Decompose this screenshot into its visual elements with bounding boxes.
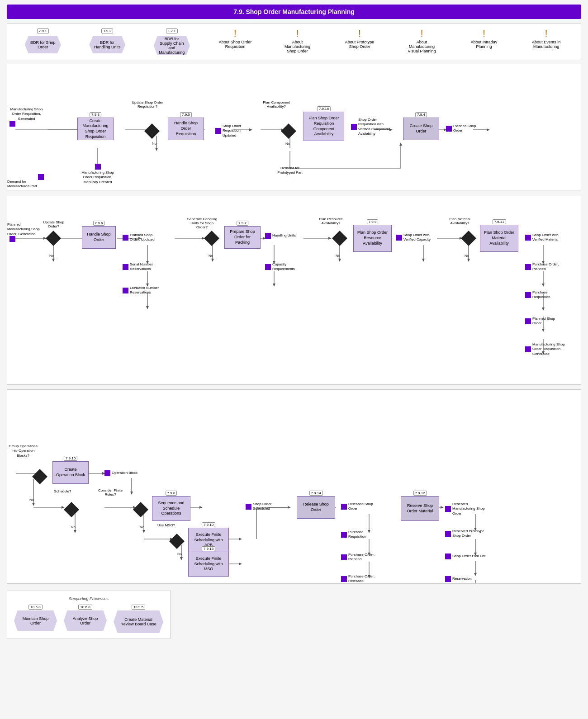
plan-shop-material[interactable]: 7.9.11 Plan Shop Order Material Availabi… xyxy=(480,225,518,252)
bdr-supply-chain[interactable]: 1.7.1 BDR for Supply Chain and Manufactu… xyxy=(152,28,191,55)
svg-marker-16 xyxy=(289,148,290,151)
create-shop-order[interactable]: 7.9.4 Create Shop Order xyxy=(403,118,439,140)
svg-marker-74 xyxy=(542,307,545,311)
svg-marker-62 xyxy=(422,259,425,262)
maintain-shop-order[interactable]: 10.6.8 Maintain Shop Order xyxy=(14,605,57,631)
svg-marker-122 xyxy=(441,506,444,509)
svg-marker-58 xyxy=(338,259,341,262)
svg-marker-90 xyxy=(130,492,133,495)
create-mfg-shop-req[interactable]: 7.9.3 Create Manufacturing Shop Order Re… xyxy=(77,118,114,140)
released-shop-order-out: Released Shop Order xyxy=(341,502,380,511)
reserved-proto-shop-out: Reserved Prototype Shop Order xyxy=(445,529,486,539)
support-section: Supporting Processes 10.6.8 Maintain Sho… xyxy=(7,591,171,639)
po-planned-release-out: Purchase Order, Planned xyxy=(341,553,380,562)
use-mso-q: Use MSO? xyxy=(154,523,179,527)
update-shop-diamond xyxy=(48,233,59,244)
shop-pick-list-out: Shop Order Pick List xyxy=(445,553,486,559)
reserve-shop-material[interactable]: 7.9.12 Reserve Shop Order Material xyxy=(401,496,439,521)
svg-marker-104 xyxy=(180,557,183,560)
plan-material-q: Plan Material Availability? xyxy=(443,217,477,225)
seq-schedule[interactable]: 7.9.8 Sequence and Schedule Operations xyxy=(152,496,190,521)
lot-reservations-out: Lot/Batch Number Reservations xyxy=(123,286,161,295)
mfg-req-generated-input xyxy=(9,121,15,127)
exec-finite-mso[interactable]: 7.9.13 Execute Finite Scheduling with MS… xyxy=(188,552,229,577)
state-sq xyxy=(95,164,101,170)
create-material-review[interactable]: 13.9.5 Create Material Review Board Case xyxy=(114,605,163,633)
svg-marker-36 xyxy=(52,259,55,262)
plan-material-diamond xyxy=(463,233,474,244)
capacity-reqs-out: Capacity Requirements xyxy=(265,262,302,272)
support-items: 10.6.8 Maintain Shop Order 10.6.8 Analyz… xyxy=(14,605,163,633)
svg-text:No: No xyxy=(140,525,145,529)
shop-scheduled-out: Shop Order, Scheduled xyxy=(246,502,282,511)
page-title: 7.9. Shop Order Manufacturing Planning xyxy=(7,5,581,19)
plan-resource-q: Plan Resource Availability? xyxy=(314,217,348,225)
svg-marker-110 xyxy=(288,506,291,509)
update-req-diamond xyxy=(147,126,157,137)
schedule-diamond xyxy=(66,504,77,515)
svg-marker-128 xyxy=(474,573,477,576)
svg-marker-28 xyxy=(487,128,490,131)
svg-text:No: No xyxy=(285,142,290,146)
svg-text:No: No xyxy=(152,142,157,146)
about-mfg-visual-planning[interactable]: ! About Manufacturing Visual Planning xyxy=(404,28,440,53)
analyze-shop-order[interactable]: 10.6.8 Analyze Shop Order xyxy=(64,605,107,631)
mfg-req-generated-out2: Manufacturing Shop Order Requisition, Ge… xyxy=(525,342,569,356)
plan-shop-resource[interactable]: 7.9.9 Plan Shop Order Resource Availabil… xyxy=(353,225,392,252)
svg-marker-108 xyxy=(239,563,242,565)
svg-marker-100 xyxy=(199,506,203,509)
about-manufacturing-shop-order[interactable]: ! About Manufacturing Shop Order xyxy=(279,28,315,53)
update-shop-order-q: Update Shop Order? xyxy=(39,220,68,228)
planned-mfg-generated-label: Planned Manufacturing Shop Order, Genera… xyxy=(7,222,43,237)
planned-shop-order-out: Planned Shop Order xyxy=(446,124,485,133)
planned-updated-out: Planned Shop Order, Updated xyxy=(123,233,161,242)
consider-finite-diamond xyxy=(135,504,146,515)
bdr-handling-units[interactable]: 7.9.2 BDR for Handling Units xyxy=(88,28,127,53)
svg-marker-54 xyxy=(273,284,275,287)
op-block-out: Operation Block xyxy=(104,470,139,476)
svg-marker-94 xyxy=(74,530,76,533)
reservation-out: Reservation xyxy=(445,576,482,582)
purch-req-release-out: Purchase Requisition xyxy=(341,530,380,539)
svg-marker-48 xyxy=(211,259,214,262)
req-verified-output: Shop Order Requisition with Verified Com… xyxy=(351,118,392,137)
svg-marker-86 xyxy=(32,503,35,506)
section3: No No No No Group Operations into Operat… xyxy=(7,389,581,584)
about-shop-order-requisition[interactable]: ! About Shop Order Requisition xyxy=(217,28,253,49)
po-planned-out: Purchase Order, Planned xyxy=(525,262,564,272)
svg-text:No: No xyxy=(71,525,76,529)
handle-shop-order[interactable]: 7.9.6 Handle Shop Order xyxy=(82,226,116,249)
purchase-req-out: Purchase Requisition xyxy=(525,290,564,300)
schedule-q: Schedule? xyxy=(50,489,75,493)
handle-shop-req[interactable]: 7.9.5 Handle Shop Order Requisition xyxy=(168,118,204,140)
prepare-shop-packing[interactable]: 7.9.7 Prepare Shop Order for Packing xyxy=(224,226,261,249)
support-title: Supporting Processes xyxy=(14,596,163,601)
mfg-req-generated-label: Manufacturing Shop Order Requisition, Ge… xyxy=(7,107,46,121)
about-prototype-shop-order[interactable]: ! About Prototype Shop Order xyxy=(341,28,378,49)
create-op-block[interactable]: 7.9.15 Create Operation Block xyxy=(52,461,89,484)
svg-text:No: No xyxy=(465,254,469,258)
section3-arrows: No No No No xyxy=(7,390,581,583)
svg-marker-98 xyxy=(142,530,145,533)
use-mso-diamond xyxy=(171,536,182,547)
release-shop-order[interactable]: 7.9.14 Release Shop Order xyxy=(297,496,335,519)
demand-proto-part: Demand for Prototyped Part xyxy=(274,166,306,175)
about-events-manufacturing[interactable]: ! About Events in Manufacturing xyxy=(528,28,564,49)
planned-mfg-sq xyxy=(9,236,15,242)
plan-comp-diamond xyxy=(283,126,294,137)
shop-verified-cap-out: Shop Order with Verified Capacity xyxy=(396,233,435,242)
reserved-mfg-shop-out: Reserved Manufacturing Shop Order xyxy=(445,502,486,516)
section1: No No Manufacturing Shop Order Requisiti… xyxy=(7,64,581,190)
demand-mfg-sq xyxy=(38,174,44,180)
about-intraday-planning[interactable]: ! About Intraday Planning xyxy=(466,28,502,49)
svg-marker-8 xyxy=(155,148,158,151)
update-shop-req-question: Update Shop Order Requisition? xyxy=(129,100,166,109)
plan-shop-req-comp[interactable]: 7.9.16 Plan Shop Order Requisition Compo… xyxy=(303,112,344,141)
planned-shop-out2: Planned Shop Order xyxy=(525,317,564,326)
bdr-shop-order[interactable]: 7.9.1 BDR for Shop Order xyxy=(24,28,62,53)
svg-marker-76 xyxy=(542,329,545,332)
svg-marker-44 xyxy=(146,306,149,309)
consider-finite-q: Consider Finite Rules? xyxy=(95,488,126,497)
svg-marker-72 xyxy=(542,284,545,287)
handling-units-out: Handling Units xyxy=(265,233,299,239)
